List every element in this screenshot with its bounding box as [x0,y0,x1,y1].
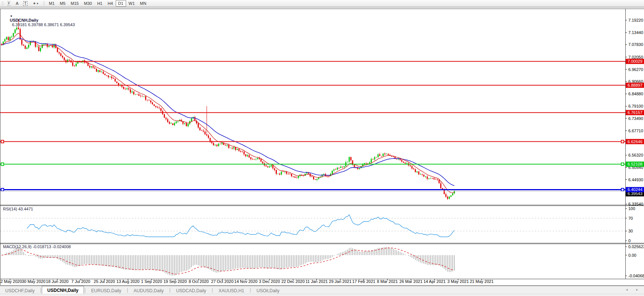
date-label: 27 Oct 2020 [211,279,234,284]
date-label: 29 Jan 2021 [329,279,352,284]
date-label: 19 Sep 2020 [163,279,187,284]
chart-tab-bar: USDCHF,Daily|USDCNH,Daily|EURUSD,Daily|A… [0,286,644,294]
svg-text:6.76157: 6.76157 [628,110,643,115]
tab-usdchf-daily[interactable]: USDCHF,Daily [0,287,40,294]
rsi-axis: 10070300 [625,206,635,243]
timeframe-button-h1[interactable]: H1 [94,0,105,7]
price-axis-label: 7.02050 [628,55,643,59]
timeframe-button-m1[interactable]: M1 [46,0,57,7]
rsi-axis-label: 0 [628,238,631,243]
price-axis-label: 6.96270 [628,67,643,72]
svg-text:6.62646: 6.62646 [628,139,643,144]
date-label: 8 Oct 2020 [189,279,209,284]
price-axis-label: 7.19220 [628,18,643,22]
date-label: 21 May 2021 [470,279,494,284]
chart-window[interactable]: 7.192207.134407.078307.020506.962706.906… [0,7,644,286]
line-price-badge-6.62646: 6.62646 [626,139,644,144]
rsi-axis-label: 100 [628,206,635,211]
price-axis-label: 6.73490 [628,116,643,121]
tab-audusd-daily[interactable]: AUDUSD,Daily [128,287,169,294]
date-label: 3 Dec 2020 [259,279,280,284]
tab-usdcnh-daily[interactable]: USDCNH,Daily [42,286,84,294]
arrows-tool-icon[interactable]: ✦▾ [29,0,41,7]
tab-xauusd-h1[interactable]: XAUUSD,H1 [213,287,250,294]
chart-collapse-icon[interactable]: ▼ [10,15,13,18]
fibonacci-tool-icon[interactable]: F [5,0,13,7]
rsi-indicator-label: RSI(14) 43.4471 [3,207,33,211]
date-label: 11 Jan 2021 [306,279,328,284]
date-label: 3 May 2021 [447,279,469,284]
chart-title: ▼ USDCNH,Daily 6.39181 6.39788 6.38671 6… [3,9,75,31]
date-label: 12 May 2020 [0,279,22,284]
line-price-badge-6.52108: 6.52108 [626,161,644,167]
date-label: 18 Jun 2020 [46,279,69,284]
toolbar-grip [43,1,45,6]
line-price-badge-6.88897: 6.88897 [626,83,644,88]
chart-canvas[interactable]: 7.192207.134407.078307.020506.962706.906… [0,7,644,286]
chart-ohlc-values: 6.39181 6.39788 6.38671 6.39543 [12,22,75,27]
price-axis-label: 6.44930 [628,178,643,182]
macd-indicator-label: MACD(12,26,9) -0.018713 -0.024008 [3,244,71,249]
date-label: 7 Jul 2020 [71,279,90,284]
date-label: 17 Feb 2021 [352,279,375,284]
date-label: 25 Jul 2020 [94,279,115,284]
date-label: 26 Mar 2021 [400,279,423,284]
line-handle[interactable] [621,163,624,166]
macd-axis-label: 0.00 [628,253,636,258]
date-label: 1 Sep 2020 [141,279,162,284]
date-label: 8 Mar 2021 [377,279,398,284]
date-label: 14 Apr 2021 [423,279,446,284]
date-label: 30 May 2020 [22,279,46,284]
line-price-badge-6.76157: 6.76157 [626,110,644,115]
top-toolbar: FAT✦▾M1M5M15M30H1H4D1W1MN [0,0,644,7]
text-label-tool-icon[interactable]: T [21,0,29,7]
timeframe-button-m30[interactable]: M30 [81,0,94,7]
text-tool-icon[interactable]: A [13,0,21,7]
candles-layer [1,19,455,200]
svg-text:6.88897: 6.88897 [628,83,643,87]
line-handle[interactable] [1,188,4,191]
tab-scroll-arrows[interactable]: ◂ ▸ [626,287,642,292]
tab-eurusd-daily[interactable]: EURUSD,Daily [86,287,126,294]
timeframe-button-m5[interactable]: M5 [57,0,68,7]
chart-symbol-label: USDCNH,Daily [10,18,38,22]
line-handle[interactable] [1,163,4,166]
timeframe-button-mn[interactable]: MN [137,0,149,7]
macd-axis-label: 0.025623 [628,244,644,249]
tab-usoil-daily[interactable]: USOil,Daily [251,287,285,294]
timeframe-button-h4[interactable]: H4 [105,0,115,7]
macd-histogram [1,247,454,276]
line-handle[interactable] [621,188,624,191]
rsi-axis-label: 70 [628,216,633,221]
date-label: 22 Dec 2020 [281,279,304,284]
timeframe-button-m15[interactable]: M15 [68,0,81,7]
price-axis-label: 6.67710 [628,129,643,133]
line-handle[interactable] [621,140,624,143]
mt4-window: FAT✦▾M1M5M15M30H1H4D1W1MN 7.192207.13440… [0,0,644,296]
price-axis-label: 6.33540 [628,202,643,206]
toolbar-grip [1,1,3,6]
line-price-badge-6.40244: 6.40244 [626,187,644,192]
date-axis: 12 May 202030 May 202018 Jun 20207 Jul 2… [0,279,494,284]
svg-text:7.00029: 7.00029 [628,59,643,64]
tab-usdcad-daily[interactable]: USDCAD,Daily [171,287,212,294]
timeframe-button-d1[interactable]: D1 [116,0,126,7]
svg-text:6.52108: 6.52108 [628,162,643,166]
status-bar [0,294,644,296]
price-axis-label: 7.07830 [628,42,643,47]
price-axis-label: 7.13440 [628,30,643,35]
date-label: 14 Nov 2020 [234,279,257,284]
timeframe-button-w1[interactable]: W1 [126,0,138,7]
line-handle[interactable] [1,140,4,143]
price-axis-label: 6.84880 [628,92,643,96]
macd-axis: 0.0256230.00-0.040687 [625,244,644,278]
svg-text:6.40244: 6.40244 [628,187,643,192]
date-label: 13 Aug 2020 [116,279,140,284]
price-axis-label: 6.56320 [628,153,643,157]
macd-axis-label: -0.040687 [628,274,644,278]
line-price-badge-7.00029: 7.00029 [626,59,644,64]
rsi-axis-label: 30 [628,229,633,233]
price-axis-label: 6.79100 [628,104,643,108]
